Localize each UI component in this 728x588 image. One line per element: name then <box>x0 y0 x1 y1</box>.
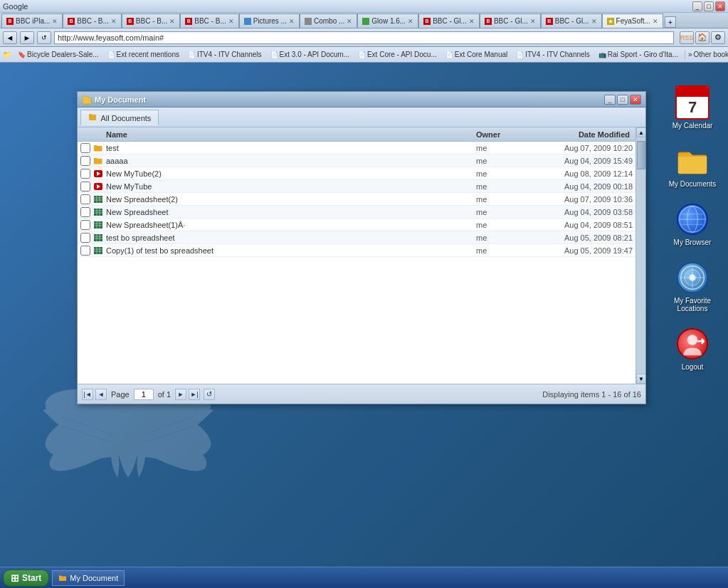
minimize-button[interactable]: _ <box>692 1 702 11</box>
file-row[interactable]: New MyTube me Aug 04, 2009 00:18 <box>78 180 635 193</box>
svg-rect-30 <box>94 196 102 203</box>
file-owner: me <box>476 144 533 152</box>
spreadsheet-icon <box>93 233 103 243</box>
file-name: test bo spreadsheet <box>106 233 476 242</box>
refresh-button[interactable]: ↺ <box>204 389 215 400</box>
file-row[interactable]: New Spreadsheet(2) me Aug 07, 2009 10:36 <box>78 193 635 206</box>
browser-titlebar: Google _ □ ✕ <box>0 0 728 13</box>
file-row[interactable]: test me Aug 07, 2009 10:20 <box>78 142 635 154</box>
svg-rect-35 <box>94 209 102 216</box>
file-checkbox[interactable] <box>80 156 90 166</box>
next-page-button[interactable]: ► <box>175 389 186 400</box>
home-button[interactable]: 🏠 <box>695 31 709 44</box>
window-minimize-button[interactable]: _ <box>604 95 616 105</box>
window-maximize-button[interactable]: □ <box>617 95 628 105</box>
file-checkbox[interactable] <box>80 220 90 230</box>
window-toolbar: All Documents <box>78 107 645 127</box>
pagination: |◄ ◄ Page of 1 ► ►| ↺ <box>82 389 215 400</box>
file-name: New Spreadsheet(1)Â· <box>106 221 476 229</box>
window-close-button[interactable]: ✕ <box>630 95 641 105</box>
toolbar-tab-all-documents[interactable]: All Documents <box>80 110 159 125</box>
file-row[interactable]: New Spreadsheet(1)Â· me Aug 04, 2009 08:… <box>78 219 635 231</box>
taskbar-my-document[interactable]: My Document <box>52 570 125 586</box>
close-button[interactable]: ✕ <box>715 1 725 11</box>
file-owner: me <box>476 221 533 229</box>
tab-bbc-3[interactable]: B BBC - B... ✕ <box>122 14 180 28</box>
file-checkbox[interactable] <box>80 233 90 243</box>
bookmark-ext-core[interactable]: 📄 Ext Core - API Docu... <box>354 50 441 59</box>
reload-button[interactable]: ↺ <box>37 31 51 44</box>
tab-bar: B BBC iPla... ✕ B BBC - B... ✕ B BBC - B… <box>0 13 728 28</box>
settings-button[interactable]: ⚙ <box>711 31 725 44</box>
rss-button[interactable]: RSS <box>680 31 694 44</box>
bookmark-bicycle[interactable]: 🔖 Bicycle Dealers-Sale... <box>14 50 102 59</box>
file-owner: me <box>476 208 533 216</box>
bookmark-ext-recent[interactable]: 📄 Ext recent mentions <box>104 50 183 59</box>
file-row[interactable]: New Spreadsheet me Aug 04, 2009 03:58 <box>78 206 635 219</box>
window-title-icon <box>82 95 92 105</box>
start-button[interactable]: ⊞ Start <box>3 569 49 587</box>
file-checkbox[interactable] <box>80 143 90 153</box>
tab-bbc-4[interactable]: B BBC - B... ✕ <box>180 14 238 28</box>
forward-button[interactable]: ► <box>20 31 34 44</box>
taskbar: ⊞ Start My Document <box>0 567 728 588</box>
vertical-scrollbar[interactable]: ▲ ▼ <box>635 127 645 384</box>
svg-rect-50 <box>94 247 102 254</box>
back-button[interactable]: ◄ <box>3 31 17 44</box>
file-owner: me <box>476 169 533 178</box>
file-name: Copy(1) of test bo spreadsheet <box>106 246 476 255</box>
bookmark-other[interactable]: » Other bookmarks <box>685 50 728 59</box>
window-footer: |◄ ◄ Page of 1 ► ►| ↺ Displaying items 1… <box>78 384 645 404</box>
window-control-buttons: _ □ ✕ <box>604 95 641 105</box>
window-title-text: My Document <box>95 95 604 104</box>
tab-glow[interactable]: Glow 1.6... ✕ <box>357 14 418 28</box>
desktop: Google _ □ ✕ B BBC iPla... ✕ B BBC - B..… <box>0 0 728 588</box>
tab-combo[interactable]: Combo ... ✕ <box>300 14 357 28</box>
folder-small-icon <box>88 112 97 121</box>
file-row[interactable]: Copy(1) of test bo spreadsheet me Aug 05… <box>78 244 635 257</box>
file-name: New MyTube <box>106 182 476 191</box>
address-input[interactable]: http://www.feyasoft.com/main# <box>54 31 674 44</box>
bookmark-rai[interactable]: 📺 Rai Sport - Giro d'Ita... <box>595 50 682 59</box>
prev-page-button[interactable]: ◄ <box>95 389 107 400</box>
tab-bbc-gl3[interactable]: B BBC - Gl... ✕ <box>541 14 602 28</box>
bookmark-ext-core-manual[interactable]: 📄 Ext Core Manual <box>442 50 511 59</box>
taskbar-folder-icon <box>58 574 67 582</box>
file-owner: me <box>476 233 533 242</box>
tab-bbc-iplayer[interactable]: B BBC iPla... ✕ <box>1 14 63 28</box>
bookmark-itv4-1[interactable]: 📄 ITV4 - ITV Channels <box>184 50 265 59</box>
tab-bbc-gl1[interactable]: B BBC - Gl... ✕ <box>418 14 480 28</box>
file-checkbox[interactable] <box>80 207 90 217</box>
maximize-button[interactable]: □ <box>704 1 714 11</box>
scroll-thumb[interactable] <box>637 141 645 169</box>
browser-window-controls: _ □ ✕ <box>692 1 725 11</box>
file-row[interactable]: test bo spreadsheet me Aug 05, 2009 08:2… <box>78 231 635 244</box>
file-row[interactable]: New MyTube(2) me Aug 08, 2009 12:14 <box>78 167 635 180</box>
tab-pictures[interactable]: Pictures ... ✕ <box>239 14 300 28</box>
tab-bbc-gl2[interactable]: B BBC - Gl... ✕ <box>480 14 541 28</box>
file-name: New Spreadsheet(2) <box>106 195 476 204</box>
tab-bbc-2[interactable]: B BBC - B... ✕ <box>63 14 121 28</box>
bookmark-ext30[interactable]: 📄 Ext 3.0 - API Docum... <box>267 50 353 59</box>
page-number-input[interactable] <box>134 389 154 400</box>
bookmark-itv4-2[interactable]: 📄 ITV4 - ITV Channels <box>512 50 594 59</box>
folder-icon <box>93 156 103 166</box>
tab-feyasoft[interactable]: ★ FeyaSoft... ✕ <box>602 14 663 28</box>
file-checkbox[interactable] <box>80 194 90 204</box>
page-label: Page <box>111 390 130 399</box>
mytube-icon <box>93 182 103 191</box>
scroll-up-button[interactable]: ▲ <box>636 127 645 137</box>
page-of-label: of 1 <box>158 390 171 399</box>
file-date: Aug 05, 2009 08:21 <box>533 233 633 242</box>
file-name: New MyTube(2) <box>106 169 476 178</box>
last-page-button[interactable]: ►| <box>189 389 200 400</box>
file-checkbox[interactable] <box>80 169 90 179</box>
first-page-button[interactable]: |◄ <box>82 389 93 400</box>
file-checkbox[interactable] <box>80 182 90 191</box>
file-list: Name Owner Date Modified test me Aug 07 <box>78 127 635 384</box>
scroll-down-button[interactable]: ▼ <box>636 374 645 384</box>
file-name: test <box>106 144 476 152</box>
file-checkbox[interactable] <box>80 246 90 256</box>
file-row[interactable]: aaaaa me Aug 04, 2009 15:49 <box>78 154 635 167</box>
new-tab-button[interactable]: + <box>665 16 676 28</box>
